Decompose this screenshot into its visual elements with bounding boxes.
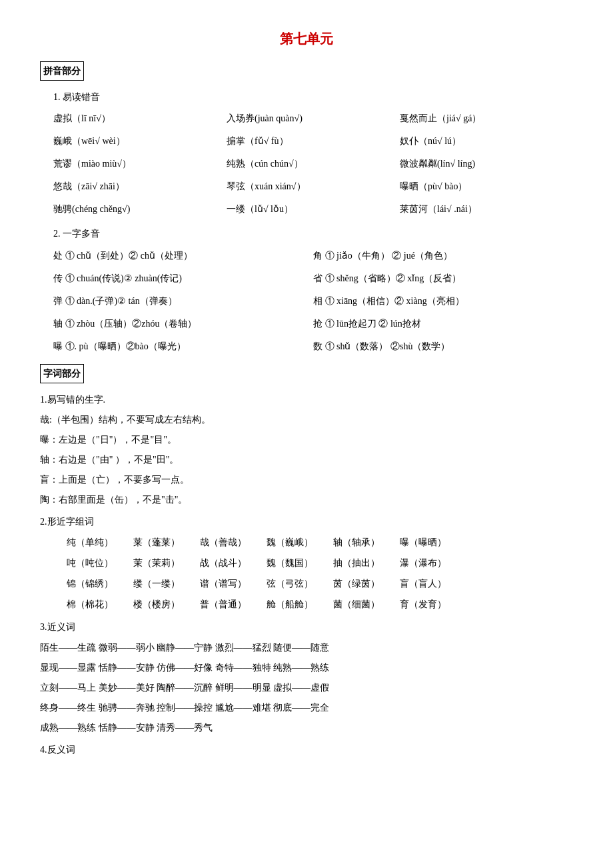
synonyms: 陌生——生疏 微弱——弱小 幽静——宁静 激烈——猛烈 随便——随意 显现——显… bbox=[40, 639, 573, 737]
pinyin-rows: 虚拟（lī nī√） 入场券(juàn quàn√) 戛然而止（jiá√ gá）… bbox=[40, 108, 573, 220]
sub-heading-5: 3.近义词 bbox=[40, 619, 573, 635]
sub-heading-4: 2.形近字组词 bbox=[40, 513, 573, 530]
sub-heading-1: 1. 易读错音 bbox=[53, 89, 573, 105]
similar-chars: 纯（单纯） 莱（蓬莱） 哉（善哉） 魏（巍峨） 轴（轴承） 曝（曝晒） 吨（吨位… bbox=[40, 533, 573, 615]
wrong-chars: 哉:（半包围）结构，不要写成左右结构。 曝：左边是（"日"），不是"目"。 轴：… bbox=[40, 411, 573, 509]
pinyin-section-header: 拼音部分 bbox=[40, 61, 84, 81]
page-title: 第七单元 bbox=[40, 27, 573, 51]
sub-heading-3: 1.易写错的生字. bbox=[40, 391, 573, 408]
zici-section-header: 字词部分 bbox=[40, 364, 84, 383]
sub-heading-2: 2. 一字多音 bbox=[53, 225, 573, 242]
sub-heading-6: 4.反义词 bbox=[40, 741, 573, 758]
polyphone-rows: 处 ① chǔ（到处）② chǔ（处理） 角 ① jiǎo（牛角） ② jué（… bbox=[40, 245, 573, 357]
